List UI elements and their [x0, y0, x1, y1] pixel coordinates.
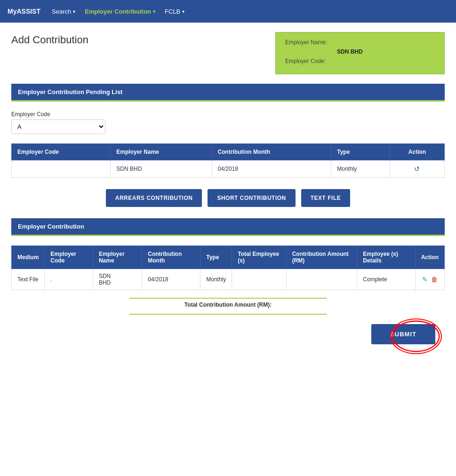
employer-code-row: Employer Code:	[285, 58, 435, 64]
brand[interactable]: MyASSIST	[8, 8, 40, 15]
nav-search[interactable]: Search ▾	[52, 8, 75, 15]
contribution-table-row: Text File . SDNBHD 04/2018 Monthly Compl…	[12, 269, 445, 290]
pending-table-body: SDN BHD 04/2018 Monthly ↺	[12, 160, 445, 178]
cth-action: Action	[415, 246, 444, 269]
total-bottom-line	[129, 314, 327, 315]
c-employee-details-cell: Complete	[357, 269, 415, 290]
cth-contribution-month: Contribution Month	[142, 246, 200, 269]
c-medium-cell: Text File	[12, 269, 45, 290]
c-action-cell: ✎ 🗑	[415, 269, 444, 290]
short-contribution-button[interactable]: SHORT CONTRIBUTION	[208, 189, 295, 207]
employer-code-label: Employer Code:	[285, 58, 337, 64]
action-buttons: ARREARS CONTRIBUTION SHORT CONTRIBUTION …	[11, 189, 445, 207]
cth-employer-code: Employer Code	[45, 246, 93, 269]
arrears-contribution-button[interactable]: ARREARS CONTRIBUTION	[106, 189, 202, 207]
cth-employer-name: Employer Name	[93, 246, 142, 269]
c-employer-name-cell: SDNBHD	[93, 269, 142, 290]
total-row: Total Contribution Amount (RM):	[11, 298, 445, 315]
th-employer-code: Employer Code	[12, 144, 111, 160]
pending-section-header: Employer Contribution Pending List	[11, 84, 445, 102]
employer-name-value: SDN BHD	[337, 48, 363, 55]
contribution-edit-icon[interactable]: ✎	[421, 275, 429, 284]
nav-search-arrow: ▾	[73, 9, 75, 14]
cth-employee-details: Employee (s) Details	[357, 246, 415, 269]
cth-type: Type	[200, 246, 232, 269]
pending-table-head: Employer Code Employer Name Contribution…	[12, 144, 445, 160]
th-contribution-month: Contribution Month	[212, 144, 331, 160]
c-employer-code-cell: .	[45, 269, 93, 290]
pending-table: Employer Code Employer Name Contribution…	[11, 143, 445, 178]
submit-row: SUBMIT	[11, 324, 445, 344]
submit-container: SUBMIT	[371, 324, 435, 344]
navbar: MyASSIST Search ▾ Employer Contribution …	[0, 0, 456, 23]
cth-medium: Medium	[12, 246, 45, 269]
cth-contribution-amount: Contribution Amount (RM)	[286, 246, 357, 269]
th-employer-name: Employer Name	[111, 144, 212, 160]
pending-section-title: Employer Contribution Pending List	[18, 88, 122, 95]
submit-button[interactable]: SUBMIT	[371, 324, 435, 344]
c-type-cell: Monthly	[200, 269, 232, 290]
contribution-table-body: Text File . SDNBHD 04/2018 Monthly Compl…	[12, 269, 445, 290]
employer-info-box: Employer Name: SDN BHD Employer Code:	[275, 32, 445, 74]
pending-contribution-month-cell: 04/2018	[212, 160, 331, 178]
employer-code-form-label: Employer Code	[11, 111, 445, 118]
employer-code-select[interactable]: A	[11, 119, 105, 134]
nav-fclb-label: FCLB	[165, 8, 180, 15]
employer-name-row: Employer Name:	[285, 39, 435, 46]
pending-type-cell: Monthly	[331, 160, 390, 178]
total-top-line	[129, 298, 327, 299]
nav-employer-contribution-label: Employer Contribution	[85, 8, 151, 15]
contribution-section-header: Employer Contribution	[11, 218, 445, 236]
nav-search-label: Search	[52, 8, 71, 15]
pending-employer-code-cell	[12, 160, 111, 178]
pending-employer-name-cell: SDN BHD	[111, 160, 212, 178]
c-contribution-amount-cell	[286, 269, 357, 290]
header-row: Add Contribution Employer Name: SDN BHD …	[11, 32, 445, 74]
page-content: Add Contribution Employer Name: SDN BHD …	[0, 23, 456, 476]
employer-name-label: Employer Name:	[285, 39, 337, 46]
nav-employer-contribution-arrow: ▾	[153, 9, 155, 14]
pending-table-header-row: Employer Code Employer Name Contribution…	[12, 144, 445, 160]
contribution-delete-icon[interactable]: 🗑	[430, 275, 439, 284]
total-label: Total Contribution Amount (RM):	[184, 301, 272, 308]
contribution-table: Medium Employer Code Employer Name Contr…	[11, 246, 445, 290]
contribution-table-header-row: Medium Employer Code Employer Name Contr…	[12, 246, 445, 269]
pending-edit-icon[interactable]: ↺	[413, 164, 421, 174]
pending-action-cell: ↺	[390, 160, 444, 178]
text-file-button[interactable]: TEXT FILE	[301, 189, 351, 207]
th-action: Action	[390, 144, 444, 160]
c-contribution-month-cell: 04/2018	[142, 269, 200, 290]
employer-name-value-row: SDN BHD	[285, 48, 435, 55]
page-title: Add Contribution	[11, 34, 88, 46]
nav-fclb-arrow: ▾	[182, 9, 184, 14]
pending-table-row: SDN BHD 04/2018 Monthly ↺	[12, 160, 445, 178]
contribution-table-head: Medium Employer Code Employer Name Contr…	[12, 246, 445, 269]
nav-employer-contribution[interactable]: Employer Contribution ▾	[85, 8, 155, 15]
cth-total-employees: Total Employee (s)	[232, 246, 286, 269]
nav-fclb[interactable]: FCLB ▾	[165, 8, 184, 15]
form-group: Employer Code A	[11, 111, 445, 134]
contribution-section-title: Employer Contribution	[18, 223, 84, 230]
th-type: Type	[331, 144, 390, 160]
c-total-employees-cell	[232, 269, 286, 290]
